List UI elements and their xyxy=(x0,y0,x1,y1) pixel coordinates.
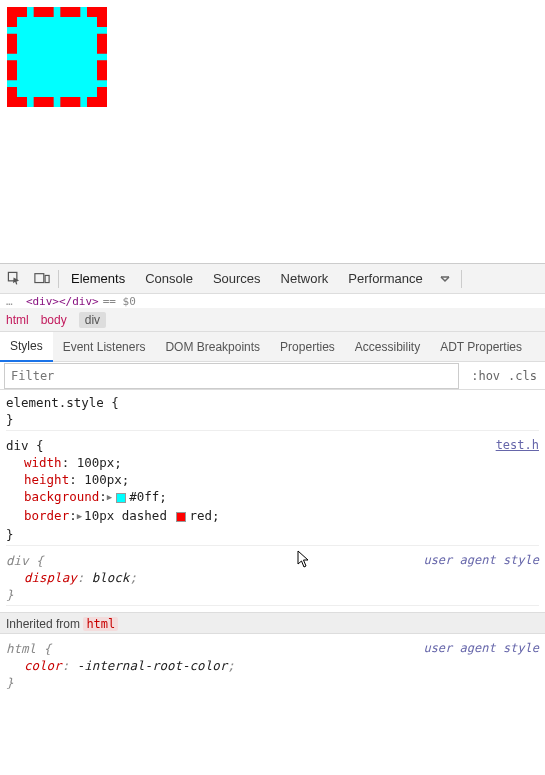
dom-selected-marker: == $0 xyxy=(103,295,136,308)
tab-console[interactable]: Console xyxy=(135,264,203,294)
brace: } xyxy=(6,526,539,543)
devtools-tabbar: Elements Console Sources Network Perform… xyxy=(0,264,545,294)
inherited-from[interactable]: html xyxy=(83,617,118,631)
breadcrumb-html[interactable]: html xyxy=(6,313,29,327)
styles-pane: element.style { } test.h div { width: 10… xyxy=(0,390,545,693)
tab-elements[interactable]: Elements xyxy=(61,264,135,294)
dom-tree-line[interactable]: … <div></div> == $0 xyxy=(0,294,545,308)
color-swatch-icon[interactable] xyxy=(176,512,186,522)
inherited-label: Inherited from xyxy=(6,617,83,631)
svg-rect-2 xyxy=(45,275,49,282)
prop-val[interactable]: #0ff xyxy=(129,489,159,504)
hov-toggle-button[interactable]: :hov xyxy=(471,369,500,383)
styles-filter-bar: :hov .cls xyxy=(0,362,545,390)
selector: element.style { xyxy=(6,394,539,411)
dom-tag-close: </div> xyxy=(59,295,99,308)
subtab-adt-properties[interactable]: ADT Properties xyxy=(430,332,532,362)
breadcrumbs: html body div xyxy=(0,308,545,332)
selector: div { xyxy=(6,437,539,454)
tabs-overflow-icon[interactable] xyxy=(433,273,457,285)
div-ua-rule[interactable]: user agent style div { display: block; } xyxy=(6,552,539,606)
prop-key[interactable]: height xyxy=(24,472,69,487)
tab-sources[interactable]: Sources xyxy=(203,264,271,294)
div-rule[interactable]: test.h div { width: 100px; height: 100px… xyxy=(6,437,539,546)
page-viewport xyxy=(0,0,545,263)
breadcrumb-div[interactable]: div xyxy=(79,312,106,328)
prop-val[interactable]: block xyxy=(92,570,130,585)
breadcrumb-body[interactable]: body xyxy=(41,313,67,327)
ua-label: user agent style xyxy=(423,640,539,657)
ua-label: user agent style xyxy=(423,552,539,569)
tabbar-divider xyxy=(461,270,462,288)
expand-triangle-icon[interactable]: ▶ xyxy=(107,489,112,506)
svg-rect-1 xyxy=(35,273,44,282)
prop-key[interactable]: width xyxy=(24,455,62,470)
brace: } xyxy=(6,674,539,691)
source-link[interactable]: test.h xyxy=(496,437,539,454)
subtab-properties[interactable]: Properties xyxy=(270,332,345,362)
device-toggle-icon[interactable] xyxy=(28,265,56,293)
expand-triangle-icon[interactable]: ▶ xyxy=(77,508,82,525)
subtab-styles[interactable]: Styles xyxy=(0,332,53,362)
prop-val[interactable]: 100px xyxy=(84,472,122,487)
styles-subtabs: Styles Event Listeners DOM Breakpoints P… xyxy=(0,332,545,362)
subtab-accessibility[interactable]: Accessibility xyxy=(345,332,430,362)
dom-tag: <div> xyxy=(26,295,59,308)
inspect-icon[interactable] xyxy=(0,265,28,293)
cls-toggle-button[interactable]: .cls xyxy=(508,369,537,383)
subtab-dom-breakpoints[interactable]: DOM Breakpoints xyxy=(155,332,270,362)
color-swatch-icon[interactable] xyxy=(116,493,126,503)
tabbar-divider xyxy=(58,270,59,288)
tab-network[interactable]: Network xyxy=(271,264,339,294)
prop-val[interactable]: red xyxy=(189,508,212,523)
prop-key[interactable]: display xyxy=(24,570,77,585)
demo-box xyxy=(7,7,107,107)
element-style-rule[interactable]: element.style { } xyxy=(6,394,539,431)
inherited-separator: Inherited from html xyxy=(0,612,545,634)
prop-key[interactable]: background xyxy=(24,489,99,504)
prop-val[interactable]: 10px xyxy=(84,508,114,523)
prop-key[interactable]: color xyxy=(24,658,62,673)
prop-key[interactable]: border xyxy=(24,508,69,523)
html-ua-rule[interactable]: user agent style html { color: -internal… xyxy=(6,640,539,693)
prop-val[interactable]: dashed xyxy=(122,508,167,523)
subtab-event-listeners[interactable]: Event Listeners xyxy=(53,332,156,362)
tab-performance[interactable]: Performance xyxy=(338,264,432,294)
brace: } xyxy=(6,411,539,428)
devtools-panel: Elements Console Sources Network Perform… xyxy=(0,263,545,693)
styles-filter-input[interactable] xyxy=(4,363,459,389)
prop-val[interactable]: 100px xyxy=(77,455,115,470)
prop-val[interactable]: -internal-root-color xyxy=(77,658,228,673)
brace: } xyxy=(6,586,539,603)
